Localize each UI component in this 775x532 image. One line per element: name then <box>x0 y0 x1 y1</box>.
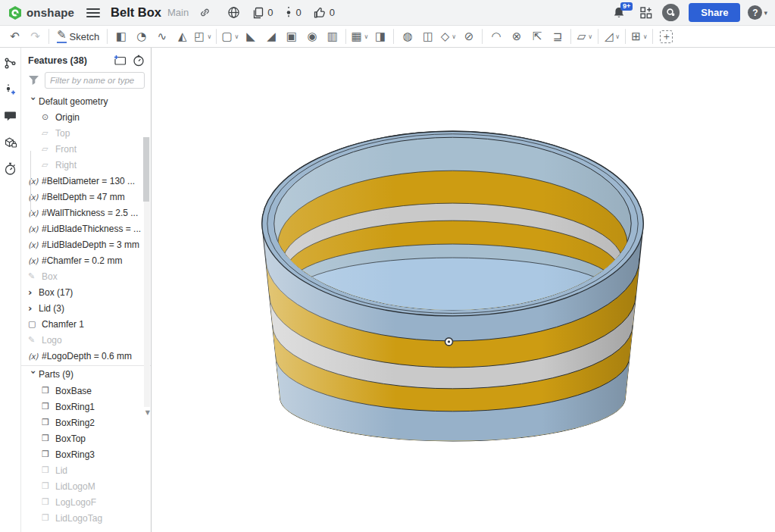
versions-count[interactable]: 0 <box>285 6 301 19</box>
feature-tree: › Default geometry ⊙ Origin ▱ Top ▱ Fron… <box>21 93 151 364</box>
variable-icon: (x) <box>28 256 42 265</box>
publication-button[interactable] <box>3 135 18 150</box>
history-button[interactable] <box>3 161 18 177</box>
rollback-history-button[interactable] <box>133 55 145 67</box>
chevron-down-icon: ∨ <box>588 33 592 40</box>
extrude-button[interactable]: ◧ <box>111 27 131 45</box>
modify-fillet-button[interactable]: ◠ <box>486 27 506 45</box>
part-icon: ❒ <box>42 386 55 396</box>
main-menu-button[interactable] <box>86 8 100 17</box>
shell-button[interactable]: ▣ <box>281 27 302 45</box>
feature-plane-top[interactable]: ▱ Top <box>21 125 151 141</box>
loft-button[interactable]: ◭ <box>172 27 192 45</box>
feature-variable-wallthickness[interactable]: (x) #WallThickness = 2.5 ... <box>21 205 151 221</box>
part-boxring2[interactable]: ❒ BoxRing2 <box>21 415 151 430</box>
feature-filter-input[interactable] <box>45 72 145 89</box>
share-button[interactable]: Share <box>689 3 740 22</box>
3d-scene[interactable] <box>152 48 775 532</box>
feature-folder-lid[interactable]: › Lid (3) <box>21 300 151 316</box>
feature-sketch-box[interactable]: ✎ Box <box>21 268 151 284</box>
sheet-metal-icon: ◿ <box>605 31 614 42</box>
fillet-button[interactable]: ▢ ∨ <box>220 27 240 45</box>
boolean-icon: ◍ <box>402 31 412 42</box>
transform-button[interactable]: ◇ ∨ <box>438 27 458 45</box>
plane-button[interactable]: ▱ ∨ <box>574 27 595 45</box>
graphics-viewport[interactable] <box>152 48 775 532</box>
delete-face-button[interactable]: ⊗ <box>506 27 527 45</box>
features-scrollbar[interactable]: ▼ <box>144 137 150 407</box>
redo-button[interactable]: ↷ <box>25 27 45 45</box>
undo-button[interactable]: ↶ <box>5 27 25 45</box>
feature-variable-logodepth[interactable]: (x) #LogoDepth = 0.6 mm <box>21 348 151 364</box>
replace-face-button[interactable]: ⊒ <box>547 27 567 45</box>
feature-origin[interactable]: ⊙ Origin <box>21 109 151 125</box>
sheet-metal-button[interactable]: ◿ ∨ <box>602 27 622 45</box>
move-face-button[interactable]: ⇱ <box>527 27 547 45</box>
part-boxbase[interactable]: ❒ BoxBase <box>21 383 151 399</box>
chamfer-button[interactable]: ◣ <box>240 27 261 45</box>
create-version-button[interactable] <box>3 82 18 97</box>
modify-fillet-icon: ◠ <box>491 31 501 42</box>
part-boxring1[interactable]: ❒ BoxRing1 <box>21 399 151 415</box>
feature-folder-box[interactable]: › Box (17) <box>21 284 151 300</box>
split-button[interactable]: ◫ <box>417 27 438 45</box>
notifications-button[interactable]: 9+ <box>612 6 626 20</box>
share-link-icon[interactable] <box>199 7 211 18</box>
part-lidlogotag[interactable]: ❒ LidLogoTag <box>21 510 151 526</box>
belt-box-model[interactable] <box>258 116 652 502</box>
part-boxtop[interactable]: ❒ BoxTop <box>21 430 151 446</box>
help-menu-button[interactable]: ? ▾ <box>748 5 767 20</box>
copy-icon <box>252 7 264 19</box>
feature-default-geometry[interactable]: › Default geometry <box>21 93 151 109</box>
linear-pattern-button[interactable]: ▦ ∨ <box>349 27 370 45</box>
assembly-tools-button[interactable]: ⊞ ∨ <box>629 27 649 45</box>
boolean-button[interactable]: ◍ <box>397 27 417 45</box>
versions-history-button[interactable] <box>3 55 18 70</box>
mirror-button[interactable]: ◨ <box>370 27 390 45</box>
hole-button[interactable]: ◉ <box>302 27 322 45</box>
part-lidlogom[interactable]: ❒ LidLogoM <box>21 478 151 494</box>
toolbar-separator <box>48 29 49 44</box>
likes-count[interactable]: 0 <box>314 7 335 19</box>
thicken-button[interactable]: ◰ ∨ <box>192 27 213 45</box>
public-globe-icon[interactable] <box>227 6 240 19</box>
chevron-down-icon: › <box>28 97 39 108</box>
part-icon: ❒ <box>42 513 55 523</box>
extrude-icon: ◧ <box>116 31 127 42</box>
filter-funnel-icon[interactable] <box>28 75 39 86</box>
comments-button[interactable] <box>3 108 18 124</box>
feature-sketch-logo[interactable]: ✎ Logo <box>21 332 151 348</box>
onshape-logo[interactable]: onshape <box>8 5 74 20</box>
feature-variable-beltdepth[interactable]: (x) #BeltDepth = 47 mm <box>21 189 151 205</box>
parts-section-header[interactable]: › Parts (9) <box>21 365 151 383</box>
create-folder-button[interactable] <box>114 55 127 66</box>
part-icon: ❒ <box>42 481 55 491</box>
copies-count[interactable]: 0 <box>252 7 273 19</box>
sketch-button[interactable]: ✎ Sketch <box>52 27 104 45</box>
feature-variable-chamfer[interactable]: (x) #Chamfer = 0.2 mm <box>21 252 151 268</box>
folder-plus-icon <box>114 55 127 66</box>
app-switcher-button[interactable] <box>639 6 653 20</box>
tree-guide-line <box>30 151 31 213</box>
scrollbar-thumb[interactable] <box>143 137 149 202</box>
feature-variable-lidbladethickness[interactable]: (x) #LidBladeThickness = ... <box>21 221 151 236</box>
part-boxring3[interactable]: ❒ BoxRing3 <box>21 446 151 462</box>
chamfer-icon: ◣ <box>246 31 255 42</box>
delete-part-button[interactable]: ⊘ <box>458 27 479 45</box>
workspace-label[interactable]: Main <box>167 7 189 18</box>
origin-marker[interactable] <box>445 338 453 346</box>
feature-plane-right[interactable]: ▱ Right <box>21 157 151 173</box>
feature-variable-lidbladedepth[interactable]: (x) #LidBladeDepth = 3 mm <box>21 236 151 252</box>
part-loglogof[interactable]: ❒ LogLogoF <box>21 494 151 510</box>
draft-button[interactable]: ◢ <box>261 27 281 45</box>
user-avatar[interactable] <box>662 4 680 21</box>
feature-plane-front[interactable]: ▱ Front <box>21 141 151 157</box>
scrollbar-down-arrow[interactable]: ▼ <box>145 409 150 416</box>
feature-variable-beltdiameter[interactable]: (x) #BeltDiameter = 130 ... <box>21 173 151 189</box>
sweep-button[interactable]: ∿ <box>152 27 172 45</box>
rib-button[interactable]: ▥ <box>322 27 342 45</box>
part-lid[interactable]: ❒ Lid <box>21 462 151 478</box>
insert-button[interactable]: + <box>656 27 677 45</box>
revolve-button[interactable]: ◔ <box>131 27 152 45</box>
feature-chamfer-1[interactable]: ▢ Chamfer 1 <box>21 316 151 332</box>
